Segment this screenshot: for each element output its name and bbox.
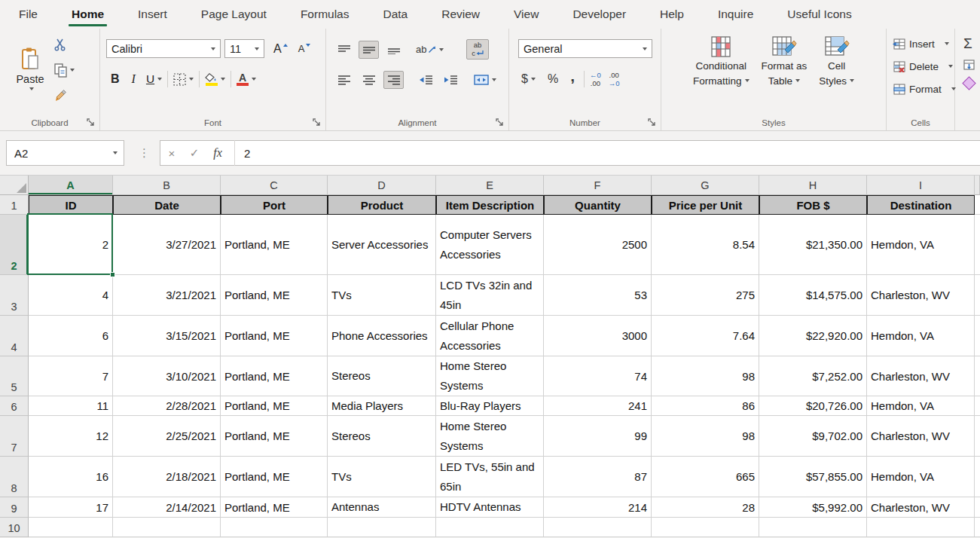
autosum-button[interactable]: Σ xyxy=(963,36,975,51)
cell-G7[interactable]: 98 xyxy=(652,416,759,457)
cell-F6[interactable]: 241 xyxy=(544,396,652,416)
cell-D5[interactable]: Stereos xyxy=(328,356,436,396)
tab-developer[interactable]: Developer xyxy=(571,0,627,29)
wrap-text-button[interactable]: ab c xyxy=(466,39,489,60)
insert-cells-button[interactable]: Insert xyxy=(893,36,956,51)
cell-C6[interactable]: Portland, ME xyxy=(221,396,328,416)
cell-A7[interactable]: 12 xyxy=(29,416,113,457)
accounting-format-button[interactable]: $ xyxy=(521,72,536,86)
font-dialog-launcher-icon[interactable] xyxy=(313,118,322,127)
column-header-I[interactable]: I xyxy=(867,176,975,195)
cell-E5[interactable]: Home Stereo Systems xyxy=(436,356,544,396)
cell-G3[interactable]: 275 xyxy=(652,275,759,316)
format-as-table-button[interactable]: Format as Table xyxy=(762,35,808,130)
cell-E10[interactable] xyxy=(436,518,544,537)
row-header-3[interactable]: 3 xyxy=(0,275,29,316)
cell-extra[interactable] xyxy=(975,518,980,537)
cell-I6[interactable]: Hemdon, VA xyxy=(867,396,975,416)
cell-extra[interactable] xyxy=(975,356,980,396)
cell-B10[interactable] xyxy=(113,518,221,537)
cell-B6[interactable]: 2/28/2021 xyxy=(113,396,221,416)
cell-E6[interactable]: Blu-Ray Players xyxy=(436,396,544,416)
cell-A9[interactable]: 17 xyxy=(29,497,113,518)
tab-useful-icons[interactable]: Useful Icons xyxy=(786,0,853,29)
align-center-button[interactable] xyxy=(359,71,379,89)
tab-file[interactable]: File xyxy=(17,0,39,29)
fill-down-button[interactable] xyxy=(963,60,975,70)
merge-center-button[interactable] xyxy=(474,75,496,85)
paste-button[interactable]: Paste xyxy=(9,29,51,109)
tab-formulas[interactable]: Formulas xyxy=(299,0,351,29)
tab-page-layout[interactable]: Page Layout xyxy=(200,0,268,29)
comma-style-button[interactable]: , xyxy=(570,78,575,80)
cell-I3[interactable]: Charleston, WV xyxy=(867,275,975,316)
header-cell-F1[interactable]: Quantity xyxy=(544,195,652,215)
cell-B9[interactable]: 2/14/2021 xyxy=(113,497,221,518)
cell-G5[interactable]: 98 xyxy=(652,356,759,396)
cell-I7[interactable]: Charleston, WV xyxy=(867,416,975,457)
cell-G8[interactable]: 665 xyxy=(652,457,759,497)
cell-C8[interactable]: Portland, ME xyxy=(221,457,328,497)
number-dialog-launcher-icon[interactable] xyxy=(648,118,657,127)
cell-I8[interactable]: Hemdon, VA xyxy=(867,457,975,497)
fill-handle[interactable] xyxy=(110,272,115,277)
column-header-C[interactable]: C xyxy=(221,176,328,195)
cell-E2[interactable]: Computer Servers Accessories xyxy=(436,215,544,275)
column-header-H[interactable]: H xyxy=(759,176,867,195)
copy-button[interactable] xyxy=(54,62,75,78)
cell-extra[interactable] xyxy=(975,275,980,316)
cell-F5[interactable]: 74 xyxy=(544,356,652,396)
cell-A6[interactable]: 11 xyxy=(29,396,113,416)
cell-F4[interactable]: 3000 xyxy=(544,316,652,356)
cell-E3[interactable]: LCD TVs 32in and 45in xyxy=(436,275,544,316)
tab-help[interactable]: Help xyxy=(658,0,685,29)
cell-extra[interactable] xyxy=(975,497,980,518)
cell-F8[interactable]: 87 xyxy=(544,457,652,497)
cell-extra[interactable] xyxy=(975,416,980,457)
cell-H7[interactable]: $9,702.00 xyxy=(759,416,867,457)
clipboard-dialog-launcher-icon[interactable] xyxy=(87,118,96,127)
row-header-7[interactable]: 7 xyxy=(0,416,29,457)
cell-H5[interactable]: $7,252.00 xyxy=(759,356,867,396)
middle-align-button[interactable] xyxy=(359,41,379,59)
cell-I9[interactable]: Charleston, WV xyxy=(867,497,975,518)
cell-C7[interactable]: Portland, ME xyxy=(221,416,328,457)
cell-H4[interactable]: $22,920.00 xyxy=(759,316,867,356)
cell-D9[interactable]: Antennas xyxy=(328,497,436,518)
cell-G10[interactable] xyxy=(652,518,759,537)
row-header-1[interactable]: 1 xyxy=(0,195,29,215)
row-header-4[interactable]: 4 xyxy=(0,316,29,356)
tab-review[interactable]: Review xyxy=(440,0,481,29)
cell-extra[interactable] xyxy=(975,457,980,497)
tab-view[interactable]: View xyxy=(512,0,540,29)
cell-H6[interactable]: $20,726.00 xyxy=(759,396,867,416)
cell-C10[interactable] xyxy=(221,518,328,537)
alignment-dialog-launcher-icon[interactable] xyxy=(496,118,505,127)
cell-B3[interactable]: 3/21/2021 xyxy=(113,275,221,316)
enter-check-icon[interactable]: ✓ xyxy=(183,146,206,160)
grow-font-button[interactable]: A xyxy=(273,42,288,56)
top-align-button[interactable] xyxy=(334,41,354,59)
clear-button[interactable] xyxy=(963,78,975,88)
column-header-A[interactable]: A xyxy=(29,176,113,195)
cell-C5[interactable]: Portland, ME xyxy=(221,356,328,396)
cell-A5[interactable]: 7 xyxy=(29,356,113,396)
cell-A8[interactable]: 16 xyxy=(29,457,113,497)
row-header-10[interactable]: 10 xyxy=(0,518,29,537)
bold-button[interactable]: B xyxy=(111,72,120,86)
font-size-select[interactable]: 11 xyxy=(224,39,264,58)
cell-H2[interactable]: $21,350.00 xyxy=(759,215,867,275)
cell-F7[interactable]: 99 xyxy=(544,416,652,457)
cell-B5[interactable]: 3/10/2021 xyxy=(113,356,221,396)
cell-D8[interactable]: TVs xyxy=(328,457,436,497)
cell-B4[interactable]: 3/15/2021 xyxy=(113,316,221,356)
cell-D2[interactable]: Server Accessories xyxy=(328,215,436,275)
cell-C9[interactable]: Portland, ME xyxy=(221,497,328,518)
format-painter-button[interactable] xyxy=(54,87,75,104)
tab-data[interactable]: Data xyxy=(381,0,409,29)
cell-E8[interactable]: LED TVs, 55in and 65in xyxy=(436,457,544,497)
header-cell-E1[interactable]: Item Description xyxy=(436,195,544,215)
cell-styles-button[interactable]: Cell Styles xyxy=(819,35,854,130)
row-header-6[interactable]: 6 xyxy=(0,396,29,416)
cell-H8[interactable]: $57,855.00 xyxy=(759,457,867,497)
